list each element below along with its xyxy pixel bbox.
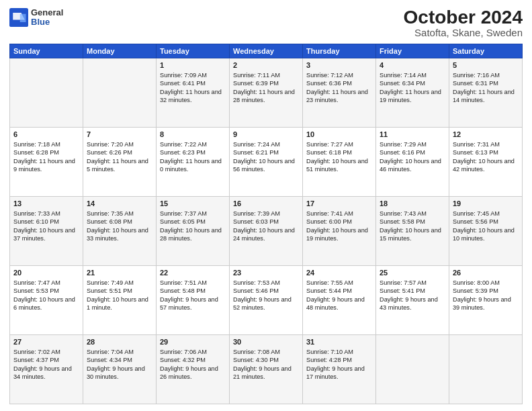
calendar-cell: 26Sunrise: 8:00 AMSunset: 5:39 PMDayligh…: [449, 266, 523, 335]
calendar-row-3: 20Sunrise: 7:47 AMSunset: 5:53 PMDayligh…: [10, 266, 523, 335]
calendar-cell: [449, 335, 523, 404]
day-info: Daylight: 10 hours and 15 minutes.: [380, 226, 445, 243]
calendar-cell: 24Sunrise: 7:55 AMSunset: 5:44 PMDayligh…: [303, 266, 376, 335]
day-info: Sunset: 5:53 PM: [13, 287, 79, 295]
day-info: Daylight: 10 hours and 24 minutes.: [233, 226, 299, 243]
svg-marker-2: [20, 14, 26, 22]
day-info: Sunset: 5:41 PM: [380, 287, 445, 295]
day-info: Daylight: 11 hours and 19 minutes.: [380, 88, 445, 105]
calendar-row-4: 27Sunrise: 7:02 AMSunset: 4:37 PMDayligh…: [10, 335, 523, 404]
day-info: Sunset: 6:03 PM: [233, 218, 299, 226]
calendar-cell: 29Sunrise: 7:06 AMSunset: 4:32 PMDayligh…: [157, 335, 230, 404]
calendar-cell: 1Sunrise: 7:09 AMSunset: 6:41 PMDaylight…: [157, 58, 230, 128]
day-number: 9: [233, 130, 299, 140]
day-info: Sunset: 4:30 PM: [233, 356, 299, 364]
day-number: 13: [13, 199, 79, 209]
calendar-cell: [10, 58, 83, 128]
calendar-cell: 13Sunrise: 7:33 AMSunset: 6:10 PMDayligh…: [10, 197, 83, 266]
day-info: Sunrise: 7:37 AM: [160, 210, 226, 218]
col-header-thursday: Thursday: [303, 44, 376, 58]
day-info: Daylight: 9 hours and 39 minutes.: [453, 295, 519, 312]
day-info: Daylight: 10 hours and 1 minute.: [87, 295, 152, 312]
day-number: 19: [453, 199, 519, 209]
calendar-header-row: SundayMondayTuesdayWednesdayThursdayFrid…: [10, 44, 523, 58]
calendar-cell: 17Sunrise: 7:41 AMSunset: 6:00 PMDayligh…: [303, 197, 376, 266]
day-info: Sunrise: 7:02 AM: [13, 348, 79, 356]
day-info: Daylight: 10 hours and 10 minutes.: [453, 226, 519, 243]
day-number: 1: [160, 60, 226, 71]
day-number: 8: [160, 130, 226, 140]
calendar-cell: 5Sunrise: 7:16 AMSunset: 6:31 PMDaylight…: [449, 58, 523, 128]
day-info: Daylight: 9 hours and 52 minutes.: [233, 295, 299, 312]
day-info: Sunset: 6:23 PM: [160, 148, 226, 156]
day-info: Sunset: 6:05 PM: [160, 218, 226, 226]
day-number: 17: [306, 199, 372, 209]
day-info: Sunset: 6:41 PM: [160, 79, 226, 87]
day-info: Sunrise: 7:08 AM: [233, 348, 299, 356]
day-info: Sunrise: 7:47 AM: [13, 279, 79, 287]
day-number: 2: [233, 60, 299, 71]
day-info: Sunset: 6:21 PM: [233, 148, 299, 156]
calendar-cell: 11Sunrise: 7:29 AMSunset: 6:16 PMDayligh…: [376, 128, 449, 197]
day-number: 4: [380, 60, 445, 71]
calendar-table: SundayMondayTuesdayWednesdayThursdayFrid…: [9, 44, 523, 404]
day-info: Daylight: 11 hours and 9 minutes.: [13, 157, 79, 174]
day-info: Sunset: 5:58 PM: [380, 218, 445, 226]
header: General Blue October 2024 Satofta, Skane…: [9, 8, 523, 38]
day-info: Sunrise: 8:00 AM: [453, 279, 519, 287]
calendar-cell: 12Sunrise: 7:31 AMSunset: 6:13 PMDayligh…: [449, 128, 523, 197]
day-info: Sunset: 5:44 PM: [306, 287, 372, 295]
day-info: Sunrise: 7:11 AM: [233, 71, 299, 79]
day-info: Daylight: 10 hours and 33 minutes.: [87, 226, 152, 243]
calendar-cell: 28Sunrise: 7:04 AMSunset: 4:34 PMDayligh…: [83, 335, 157, 404]
col-header-tuesday: Tuesday: [157, 44, 230, 58]
day-info: Sunset: 6:26 PM: [87, 148, 152, 156]
calendar-cell: 15Sunrise: 7:37 AMSunset: 6:05 PMDayligh…: [157, 197, 230, 266]
day-info: Sunrise: 7:09 AM: [160, 71, 226, 79]
calendar-cell: 31Sunrise: 7:10 AMSunset: 4:28 PMDayligh…: [303, 335, 376, 404]
col-header-sunday: Sunday: [10, 44, 83, 58]
day-info: Sunset: 6:08 PM: [87, 218, 152, 226]
day-number: 10: [306, 130, 372, 140]
day-number: 25: [380, 268, 445, 278]
day-number: 21: [87, 268, 152, 278]
day-info: Sunset: 6:36 PM: [306, 79, 372, 87]
day-info: Daylight: 11 hours and 14 minutes.: [453, 88, 519, 105]
day-number: 7: [87, 130, 152, 140]
day-number: 20: [13, 268, 79, 278]
day-info: Sunrise: 7:06 AM: [160, 348, 226, 356]
day-info: Daylight: 11 hours and 32 minutes.: [160, 88, 226, 105]
day-number: 14: [87, 199, 152, 209]
calendar-cell: [83, 58, 157, 128]
day-number: 6: [13, 130, 79, 140]
calendar-cell: [376, 335, 449, 404]
day-info: Daylight: 9 hours and 43 minutes.: [380, 295, 445, 312]
calendar-cell: 16Sunrise: 7:39 AMSunset: 6:03 PMDayligh…: [230, 197, 303, 266]
day-info: Sunrise: 7:18 AM: [13, 140, 79, 148]
day-info: Sunrise: 7:27 AM: [306, 140, 372, 148]
day-info: Daylight: 9 hours and 34 minutes.: [13, 365, 79, 381]
day-info: Sunrise: 7:20 AM: [87, 140, 152, 148]
day-info: Daylight: 9 hours and 48 minutes.: [306, 295, 372, 312]
logo-text: General Blue: [31, 8, 63, 28]
day-info: Sunset: 6:34 PM: [380, 79, 445, 87]
calendar-cell: 25Sunrise: 7:57 AMSunset: 5:41 PMDayligh…: [376, 266, 449, 335]
col-header-wednesday: Wednesday: [230, 44, 303, 58]
title-block: October 2024 Satofta, Skane, Sweden: [404, 8, 523, 38]
day-info: Sunrise: 7:14 AM: [380, 71, 445, 79]
day-info: Sunset: 6:16 PM: [380, 148, 445, 156]
calendar-cell: 6Sunrise: 7:18 AMSunset: 6:28 PMDaylight…: [10, 128, 83, 197]
col-header-friday: Friday: [376, 44, 449, 58]
page-subtitle: Satofta, Skane, Sweden: [404, 27, 523, 38]
day-number: 18: [380, 199, 445, 209]
calendar-cell: 4Sunrise: 7:14 AMSunset: 6:34 PMDaylight…: [376, 58, 449, 128]
day-number: 28: [87, 337, 152, 347]
day-info: Sunset: 5:51 PM: [87, 287, 152, 295]
day-info: Daylight: 9 hours and 26 minutes.: [160, 365, 226, 381]
day-info: Sunset: 4:37 PM: [13, 356, 79, 364]
day-info: Sunrise: 7:24 AM: [233, 140, 299, 148]
day-info: Sunset: 5:39 PM: [453, 287, 519, 295]
day-info: Sunset: 5:56 PM: [453, 218, 519, 226]
day-info: Daylight: 9 hours and 57 minutes.: [160, 295, 226, 312]
day-info: Daylight: 11 hours and 28 minutes.: [233, 88, 299, 105]
